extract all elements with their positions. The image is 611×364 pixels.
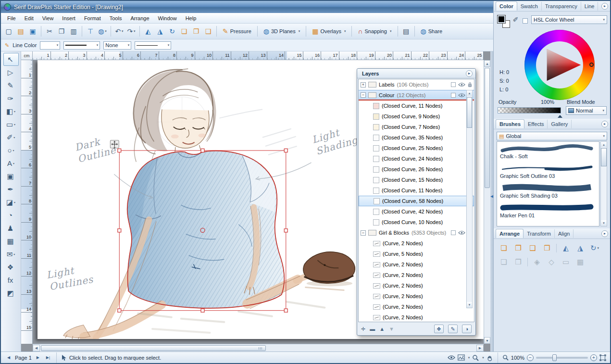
flip-vertical-button[interactable]: ◮ (575, 243, 586, 253)
rotate-button[interactable]: ↻▾ (589, 243, 600, 253)
layer-object-row[interactable]: (Closed Curve, 58 Nodes) (359, 196, 474, 206)
zoom-in-button[interactable]: + (590, 354, 597, 361)
brush-category-dropdown[interactable]: ▤ Global ▾ (497, 132, 607, 140)
flip-horizontal-button[interactable]: ◭ (142, 25, 154, 37)
layer-object-row[interactable]: (Curve, 5 Nodes) (359, 249, 474, 259)
bring-to-front-button[interactable]: ❏ (178, 25, 190, 37)
horizontal-ruler[interactable]: 1234567891011121314151617181920212223242… (33, 51, 484, 60)
panel-menu-arrow-icon[interactable]: ▸ (601, 121, 608, 127)
scroll-left-arrow[interactable]: ◀ (33, 345, 40, 351)
menu-item[interactable]: Arrange (126, 14, 153, 23)
zoom-magnifier-icon[interactable] (502, 354, 509, 361)
layer-object-row[interactable]: (Closed Curve, 9 Nodes) (359, 111, 474, 122)
tab-line[interactable]: Line (581, 2, 599, 11)
layer-group-colour[interactable]: − Colour (12 Objects) (359, 90, 474, 100)
tab-color[interactable]: Color (496, 1, 517, 11)
layer-checkbox[interactable] (451, 230, 456, 235)
scroll-down-arrow[interactable]: ▼ (467, 302, 472, 308)
crop-object-button[interactable]: ▭ (561, 257, 571, 267)
visibility-eye-icon[interactable] (458, 82, 465, 87)
previous-page-button[interactable]: ◀ (5, 354, 12, 362)
scroll-right-arrow[interactable]: ▶ (476, 345, 484, 351)
open-button[interactable]: ▤ (15, 25, 26, 37)
convert-to-curves-button[interactable]: ◇ (546, 257, 557, 267)
undo-button[interactable]: ↶▾ (113, 25, 125, 37)
ruler-units-corner[interactable]: cm (21, 51, 33, 60)
delete-layer-button[interactable]: ▬ (370, 326, 375, 332)
zoom-slider[interactable] (536, 357, 588, 359)
tab-align[interactable]: Align (555, 229, 574, 238)
fit-page-icon[interactable] (599, 354, 606, 361)
arrowhead-dropdown[interactable]: None▾ (103, 41, 131, 50)
menu-item[interactable]: Tools (105, 14, 126, 23)
tool-button[interactable]: ◪▾ (3, 196, 19, 209)
menu-item[interactable]: Format (80, 14, 105, 23)
layer-object-row[interactable]: (Curve, 2 Nodes) (359, 238, 474, 249)
layer-display-mode-button[interactable]: ◑ (462, 325, 472, 333)
layer-object-row[interactable]: (Closed Curve, 7 Nodes) (359, 122, 474, 132)
layer-group-girl-blocks[interactable]: − Girl & Blocks (5353 Objects) (359, 227, 474, 238)
tool-button[interactable]: ○▾ (3, 144, 19, 157)
vertical-ruler[interactable]: 123456789101112131415 (21, 60, 33, 344)
scroll-down-arrow[interactable]: ▼ (484, 337, 490, 344)
expand-icon[interactable]: + (361, 82, 366, 88)
tool-button[interactable]: ▣ (3, 170, 19, 183)
panel-menu-arrow-icon[interactable]: ▸ (601, 3, 608, 10)
zoom-slider-thumb[interactable] (552, 354, 557, 361)
cut-button[interactable]: ✂ (44, 25, 55, 37)
tool-button[interactable]: ◧▾ (3, 105, 19, 118)
add-layer-button[interactable]: ✛ (361, 326, 365, 332)
menu-item[interactable]: View (38, 14, 58, 23)
tool-button[interactable]: ✉▾ (3, 248, 19, 261)
order-middle-button[interactable]: ❐ (190, 25, 202, 37)
tool-button[interactable]: ✑ (3, 92, 19, 105)
layer-object-row[interactable]: (Curve, 2 Nodes) (359, 270, 474, 280)
layer-checkbox[interactable] (451, 93, 456, 98)
move-handle[interactable] (110, 140, 119, 149)
tsquare-button[interactable]: ⊤ (85, 25, 96, 37)
tool-button[interactable]: ✐▾ (3, 131, 19, 144)
menu-item[interactable]: File (3, 14, 20, 23)
tool-button[interactable]: ↖ (3, 53, 19, 66)
horizontal-scroll-thumb[interactable] (41, 345, 266, 351)
layer-object-row[interactable]: (Closed Curve, 35 Nodes) (359, 132, 474, 143)
blend-mode-dropdown[interactable]: Normal ▾ (566, 106, 607, 115)
fill-line-swatch-widget[interactable] (498, 15, 510, 28)
tool-button[interactable]: A▾ (3, 157, 19, 170)
menu-item[interactable]: Window (154, 14, 181, 23)
overlays-button[interactable]: ▦Overlays▾ (309, 25, 349, 37)
color-picker-icon[interactable]: ✎ (512, 16, 520, 22)
pan-hand-icon[interactable] (486, 354, 493, 361)
menu-item[interactable]: Edit (20, 14, 38, 23)
line-color-dropdown[interactable]: ▾ (40, 41, 60, 50)
tool-button[interactable]: ✎ (3, 79, 19, 92)
collapse-icon[interactable]: − (361, 92, 366, 98)
select-mode-button[interactable]: ❖ (434, 325, 444, 333)
layers-scrollbar[interactable]: ▲ ▼ (466, 90, 473, 308)
tab-effects[interactable]: Effects (524, 120, 548, 128)
next-page-button[interactable]: ▶ (34, 354, 42, 362)
preview-eye-icon[interactable] (448, 355, 455, 360)
view-quality-button[interactable]: ◍▾ (97, 25, 108, 37)
panel-menu-arrow-icon[interactable]: ▸ (601, 230, 608, 237)
tab-swatch[interactable]: Swatch (517, 2, 542, 11)
save-button[interactable]: ▣ (27, 25, 38, 37)
group-button[interactable]: ❏ (499, 257, 509, 267)
layers-panel[interactable]: Layers ▸ + Labels (106 Objects) − C (357, 68, 476, 336)
tool-button[interactable]: ▦ (3, 235, 19, 248)
rotate-button[interactable]: ↻ (166, 25, 178, 37)
tool-button[interactable]: ▭▾ (3, 118, 19, 131)
zoom-tool-icon[interactable] (472, 354, 479, 361)
lock-icon[interactable] (468, 82, 472, 88)
brush-item[interactable]: Graphic Soft Shading 03 (497, 181, 599, 201)
3d-planes-button[interactable]: ◍3D Planes▾ (260, 25, 304, 37)
color-link-checkbox[interactable] (523, 18, 528, 24)
send-to-back-button[interactable]: ❒ (542, 243, 552, 253)
share-button[interactable]: ◍Share (417, 25, 446, 37)
layer-object-row[interactable]: (Closed Curve, 11 Nodes) (359, 185, 474, 196)
zoom-out-button[interactable]: − (527, 354, 534, 361)
line-style-dropdown[interactable]: ▾ (63, 41, 100, 50)
collapse-icon[interactable]: − (361, 230, 366, 236)
color-mode-dropdown[interactable]: HSL Color Wheel ▾ (531, 15, 607, 24)
layers-scroll-thumb[interactable] (467, 97, 472, 128)
